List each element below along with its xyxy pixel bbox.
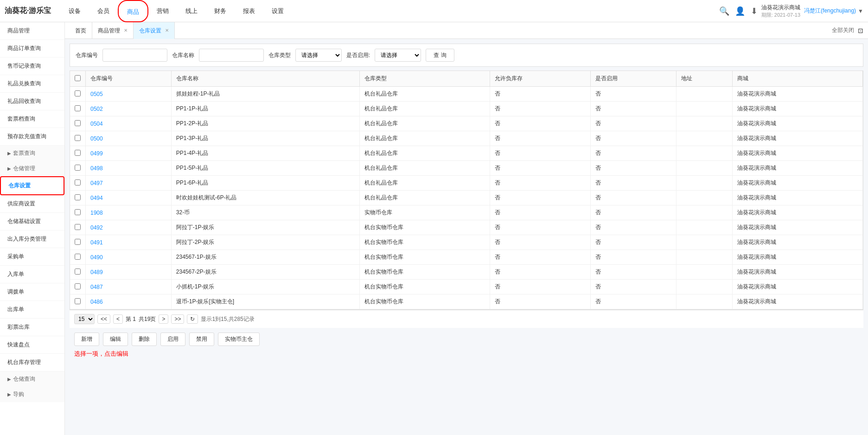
nav-item-member[interactable]: 会员	[89, 0, 118, 22]
sidebar-item-purchase-order[interactable]: 采购单	[0, 248, 64, 266]
cell-code-10[interactable]: 0491	[86, 235, 172, 250]
table-row[interactable]: 0498 PP1-5P-礼品 机台礼品仓库 否 否 油葵花演示商城	[70, 161, 863, 176]
nav-item-finance[interactable]: 财务	[206, 0, 235, 22]
table-row[interactable]: 0494 时欢娃娃机测试-6P-礼品 机台礼品仓库 否 否 油葵花演示商城	[70, 191, 863, 205]
row-checkbox-6[interactable]	[75, 179, 81, 186]
select-all-checkbox[interactable]	[75, 75, 81, 81]
download-icon[interactable]: ⬇	[751, 6, 758, 16]
nav-item-online[interactable]: 线上	[177, 0, 206, 22]
cell-code-7[interactable]: 0494	[86, 191, 172, 205]
cell-code-4[interactable]: 0499	[86, 146, 172, 161]
next-page-btn[interactable]: >	[159, 314, 168, 324]
first-page-btn[interactable]: <<	[97, 314, 110, 324]
sidebar-item-inbound-order[interactable]: 入库单	[0, 266, 64, 283]
row-checkbox-7[interactable]	[75, 194, 81, 200]
delete-button[interactable]: 删除	[132, 333, 157, 346]
warehouse-name-input[interactable]	[199, 49, 264, 62]
disable-button[interactable]: 禁用	[189, 333, 214, 346]
sidebar-item-inout-category[interactable]: 出入库分类管理	[0, 230, 64, 248]
row-checkbox-9[interactable]	[75, 224, 81, 230]
cell-code-8[interactable]: 1908	[86, 205, 172, 220]
row-checkbox-10[interactable]	[75, 239, 81, 245]
sidebar-item-quick-inventory[interactable]: 快速盘点	[0, 336, 64, 354]
cell-code-3[interactable]: 0500	[86, 131, 172, 146]
sidebar-item-goods-management[interactable]: 商品管理	[0, 22, 64, 40]
warehouse-type-select[interactable]: 请选择	[295, 49, 342, 62]
sidebar-group-warehouse[interactable]: ▶ 仓储管理	[0, 161, 64, 176]
cell-code-2[interactable]: 0504	[86, 116, 172, 131]
table-row[interactable]: 0491 阿拉丁-2P-娱乐 机台实物币仓库 否 否 油葵花演示商城	[70, 235, 863, 250]
row-checkbox-14[interactable]	[75, 298, 81, 304]
tab-close-goods[interactable]: ✕	[124, 22, 128, 39]
nav-item-report[interactable]: 报表	[235, 0, 263, 22]
sidebar-item-machine-inventory[interactable]: 机台库存管理	[0, 354, 64, 371]
nav-item-device[interactable]: 设备	[60, 0, 89, 22]
row-checkbox-4[interactable]	[75, 150, 81, 156]
table-row[interactable]: 0490 234567-1P-娱乐 机台实物币仓库 否 否 油葵花演示商城	[70, 250, 863, 265]
prev-page-btn[interactable]: <	[113, 314, 123, 324]
table-row[interactable]: 0489 234567-2P-娱乐 机台实物币仓库 否 否 油葵花演示商城	[70, 265, 863, 280]
cell-code-13[interactable]: 0487	[86, 280, 172, 294]
cell-code-12[interactable]: 0489	[86, 265, 172, 280]
row-checkbox-0[interactable]	[75, 90, 81, 96]
sidebar-item-ticket-query[interactable]: 套票档查询	[0, 110, 64, 128]
table-row[interactable]: 0500 PP1-3P-礼品 机台礼品仓库 否 否 油葵花演示商城	[70, 131, 863, 146]
row-checkbox-11[interactable]	[75, 254, 81, 260]
table-row[interactable]: 0505 抓娃娃程-1P-礼品 机台礼品仓库 否 否 油葵花演示商城	[70, 87, 863, 102]
sidebar-group-shopping[interactable]: ▶ 导购	[0, 387, 64, 402]
search-button[interactable]: 查 询	[426, 49, 454, 62]
cell-code-14[interactable]: 0486	[86, 294, 172, 309]
enabled-select[interactable]: 请选择	[375, 49, 421, 62]
sidebar-item-gift-recycle[interactable]: 礼品回收查询	[0, 93, 64, 110]
cell-code-9[interactable]: 0492	[86, 220, 172, 235]
row-checkbox-12[interactable]	[75, 269, 81, 275]
tab-goods-management[interactable]: 商品管理 ✕	[92, 22, 134, 39]
table-row[interactable]: 1908 32-币 实物币仓库 否 否 油葵花演示商城	[70, 205, 863, 220]
row-checkbox-3[interactable]	[75, 135, 81, 141]
close-all-tabs[interactable]: 全部关闭	[832, 26, 854, 34]
cell-code-0[interactable]: 0505	[86, 87, 172, 102]
enable-button[interactable]: 启用	[160, 333, 185, 346]
last-page-btn[interactable]: >>	[171, 314, 184, 324]
add-button[interactable]: 新增	[74, 333, 99, 346]
tab-maximize-icon[interactable]: ⊡	[858, 27, 863, 34]
main-coin-button[interactable]: 实物币主仓	[218, 333, 260, 346]
cell-code-1[interactable]: 0502	[86, 102, 172, 116]
table-row[interactable]: 0492 阿拉丁-1P-娱乐 机台实物币仓库 否 否 油葵花演示商城	[70, 220, 863, 235]
cell-code-6[interactable]: 0497	[86, 176, 172, 191]
search-icon[interactable]: 🔍	[719, 6, 729, 16]
cell-code-11[interactable]: 0490	[86, 250, 172, 265]
table-row[interactable]: 0497 PP1-6P-礼品 机台礼品仓库 否 否 油葵花演示商城	[70, 176, 863, 191]
table-row[interactable]: 0486 退币-1P-娱乐[实物主仓] 机台实物币仓库 否 否 油葵花演示商城	[70, 294, 863, 309]
sidebar-item-outbound-order[interactable]: 出库单	[0, 301, 64, 319]
row-checkbox-2[interactable]	[75, 120, 81, 126]
table-row[interactable]: 0504 PP1-2P-礼品 机台礼品仓库 否 否 油葵花演示商城	[70, 116, 863, 131]
user-name[interactable]: 冯楚江(fengchujiang)	[804, 7, 856, 15]
sidebar-item-transfer-order[interactable]: 调拨单	[0, 283, 64, 301]
nav-item-marketing[interactable]: 营销	[148, 0, 177, 22]
table-row[interactable]: 0487 小抓机-1P-娱乐 机台实物币仓库 否 否 油葵花演示商城	[70, 280, 863, 294]
page-size-select[interactable]: 15 30 50	[74, 314, 95, 324]
tab-close-warehouse[interactable]: ✕	[165, 22, 169, 39]
sidebar-group-warehouse-query[interactable]: ▶ 仓储查询	[0, 371, 64, 387]
tab-home[interactable]: 首页	[70, 22, 92, 39]
sidebar-item-warehouse-basic[interactable]: 仓储基础设置	[0, 213, 64, 230]
refresh-btn[interactable]: ↻	[187, 314, 198, 324]
tab-warehouse-settings[interactable]: 仓库设置 ✕	[134, 22, 175, 39]
edit-button[interactable]: 编辑	[103, 333, 128, 346]
sidebar-item-order-query[interactable]: 商品订单查询	[0, 40, 64, 58]
sidebar-item-warehouse-settings[interactable]: 仓库设置	[0, 176, 64, 195]
nav-item-settings[interactable]: 设置	[263, 0, 292, 22]
row-checkbox-8[interactable]	[75, 209, 81, 215]
warehouse-code-input[interactable]	[102, 49, 167, 62]
sidebar-item-gift-exchange[interactable]: 礼品兑换查询	[0, 75, 64, 93]
row-checkbox-1[interactable]	[75, 105, 81, 111]
cell-code-5[interactable]: 0498	[86, 161, 172, 176]
service-icon[interactable]: 👤	[735, 6, 745, 16]
table-row[interactable]: 0502 PP1-1P-礼品 机台礼品仓库 否 否 油葵花演示商城	[70, 102, 863, 116]
row-checkbox-5[interactable]	[75, 165, 81, 171]
row-checkbox-13[interactable]	[75, 283, 81, 289]
table-row[interactable]: 0499 PP1-4P-礼品 机台礼品仓库 否 否 油葵花演示商城	[70, 146, 863, 161]
nav-item-goods[interactable]: 商品	[118, 0, 148, 22]
sidebar-group-ticket[interactable]: ▶ 套票查询	[0, 146, 64, 161]
